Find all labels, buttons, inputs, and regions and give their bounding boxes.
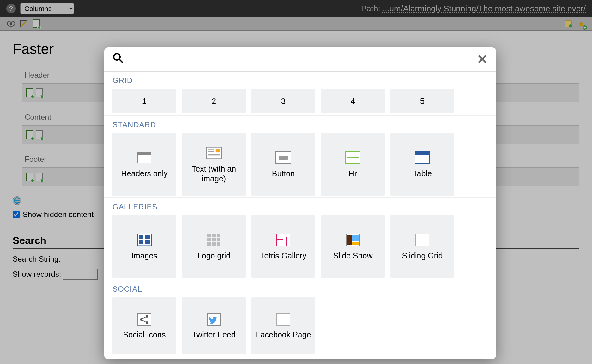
svg-rect-26 xyxy=(145,235,150,239)
svg-rect-16 xyxy=(279,156,288,160)
twitter-icon xyxy=(206,312,222,327)
grid-tile-5[interactable]: 5 xyxy=(390,89,454,113)
svg-rect-46 xyxy=(352,235,359,241)
svg-rect-37 xyxy=(217,242,220,246)
sliding-grid-icon xyxy=(414,232,430,248)
svg-rect-31 xyxy=(217,234,220,237)
tile-headers-only[interactable]: Headers only xyxy=(112,133,176,196)
svg-rect-34 xyxy=(217,238,220,241)
text-image-icon xyxy=(206,145,222,161)
tile-logo-grid[interactable]: Logo grid xyxy=(182,215,246,278)
tile-label: Tetris Gallery xyxy=(260,251,306,261)
svg-rect-10 xyxy=(216,149,220,152)
logo-grid-icon xyxy=(206,232,222,248)
grid-tile-1[interactable]: 1 xyxy=(112,89,176,113)
svg-rect-49 xyxy=(138,313,151,325)
add-block-modal: ✕ GRID 1 2 3 4 5 STANDARD Headers only xyxy=(104,47,496,359)
headers-icon xyxy=(136,150,152,166)
tile-label: Button xyxy=(272,169,295,179)
hr-icon xyxy=(345,150,361,166)
svg-rect-39 xyxy=(277,234,283,239)
tile-label: Twitter Feed xyxy=(192,330,236,340)
svg-rect-32 xyxy=(207,238,211,241)
tile-label: Text (with an image) xyxy=(184,164,243,184)
tile-slide-show[interactable]: Slide Show xyxy=(321,215,385,278)
tile-button[interactable]: Button xyxy=(251,133,315,196)
section-grid: GRID 1 2 3 4 5 xyxy=(104,72,496,116)
svg-rect-33 xyxy=(212,238,216,241)
section-galleries-title: GALLERIES xyxy=(112,203,488,211)
tile-facebook-page[interactable]: Facebook Page xyxy=(251,297,315,354)
section-galleries: GALLERIES Images Logo grid Tetris Galler… xyxy=(104,198,496,280)
tile-label: Hr xyxy=(349,169,357,179)
svg-line-6 xyxy=(119,59,123,63)
tile-hr[interactable]: Hr xyxy=(321,133,385,196)
svg-rect-48 xyxy=(416,234,429,246)
tile-social-icons[interactable]: Social Icons xyxy=(112,297,176,354)
svg-rect-25 xyxy=(139,235,143,239)
svg-rect-29 xyxy=(207,234,211,237)
tile-label: Images xyxy=(131,251,157,261)
svg-rect-47 xyxy=(352,242,359,245)
slideshow-icon xyxy=(345,232,361,248)
grid-tile-4[interactable]: 4 xyxy=(321,89,385,113)
svg-rect-8 xyxy=(138,152,151,155)
tile-label: Logo grid xyxy=(197,251,230,261)
tile-label: Social Icons xyxy=(123,330,166,340)
svg-rect-56 xyxy=(277,313,290,325)
section-social: SOCIAL Social Icons Twitter Feed Faceboo… xyxy=(104,280,496,356)
facebook-icon xyxy=(275,312,291,327)
section-grid-title: GRID xyxy=(112,76,488,85)
share-icon xyxy=(136,312,152,327)
svg-rect-30 xyxy=(212,234,216,237)
tile-tetris-gallery[interactable]: Tetris Gallery xyxy=(251,215,315,278)
svg-rect-42 xyxy=(287,237,290,246)
svg-rect-28 xyxy=(145,240,150,244)
svg-point-51 xyxy=(146,315,148,318)
modal-search-input[interactable] xyxy=(128,53,477,66)
svg-rect-43 xyxy=(277,240,286,246)
images-icon xyxy=(136,232,152,248)
tile-text-with-image[interactable]: Text (with an image) xyxy=(182,133,246,196)
modal-search-bar: ✕ xyxy=(104,47,496,72)
svg-rect-40 xyxy=(283,234,290,237)
tile-images[interactable]: Images xyxy=(112,215,176,278)
section-standard-title: STANDARD xyxy=(112,120,488,129)
tile-label: Sliding Grid xyxy=(402,251,443,261)
tetris-icon xyxy=(275,232,291,248)
table-icon xyxy=(414,150,430,166)
tile-label: Headers only xyxy=(121,169,167,179)
svg-rect-36 xyxy=(212,242,216,246)
grid-tile-2[interactable]: 2 xyxy=(182,89,246,113)
tile-twitter-feed[interactable]: Twitter Feed xyxy=(182,297,246,354)
tile-label: Slide Show xyxy=(333,251,372,261)
search-icon xyxy=(112,52,123,66)
section-standard: STANDARD Headers only Text (with an imag… xyxy=(104,116,496,198)
svg-rect-20 xyxy=(415,152,430,155)
tile-label: Facebook Page xyxy=(256,330,311,340)
tile-table[interactable]: Table xyxy=(390,133,454,196)
grid-tile-3[interactable]: 3 xyxy=(251,89,315,113)
svg-rect-45 xyxy=(347,235,352,245)
tile-label: Table xyxy=(413,169,432,179)
svg-rect-35 xyxy=(207,242,211,246)
tile-sliding-grid[interactable]: Sliding Grid xyxy=(390,215,454,278)
svg-rect-27 xyxy=(139,240,143,244)
close-icon[interactable]: ✕ xyxy=(477,53,488,66)
svg-point-52 xyxy=(146,321,148,324)
button-icon xyxy=(275,150,291,166)
section-social-title: SOCIAL xyxy=(112,285,488,294)
svg-point-5 xyxy=(114,54,120,60)
